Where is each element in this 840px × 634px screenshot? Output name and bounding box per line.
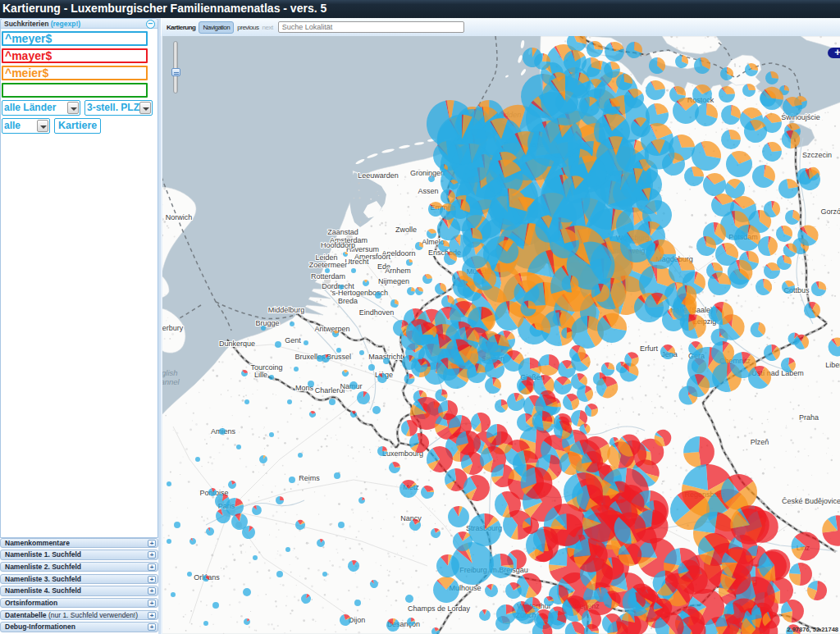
pie-marker[interactable] [624, 352, 638, 366]
plz-select[interactable]: 3-stell. PLZ [84, 100, 153, 116]
regexp-input-4[interactable] [2, 83, 148, 98]
pie-marker[interactable] [342, 370, 349, 376]
pie-marker[interactable] [603, 591, 621, 609]
pie-marker[interactable] [486, 334, 509, 356]
pie-marker[interactable] [507, 393, 525, 411]
expand-icon[interactable]: + [148, 551, 156, 559]
pie-marker[interactable] [742, 84, 756, 97]
pie-marker[interactable] [276, 496, 284, 504]
pie-marker[interactable] [541, 76, 590, 125]
accordion-namenliste-4[interactable]: Namenliste 4. Suchfeld+ [0, 586, 158, 596]
pie-marker[interactable] [309, 411, 316, 417]
country-select[interactable]: alle Länder [2, 100, 80, 116]
pie-marker[interactable] [495, 240, 518, 263]
pie-marker[interactable] [336, 348, 341, 353]
pie-marker[interactable] [349, 381, 358, 390]
pie-marker[interactable] [538, 354, 559, 376]
pie-marker[interactable] [751, 322, 766, 338]
pie-marker[interactable] [415, 242, 423, 250]
pie-marker[interactable] [782, 130, 800, 148]
expand-icon[interactable]: + [148, 612, 156, 619]
pie-marker[interactable] [684, 166, 704, 186]
pie-marker[interactable] [275, 341, 281, 348]
pie-marker[interactable] [530, 322, 544, 336]
pie-marker[interactable] [171, 592, 176, 597]
pie-marker[interactable] [577, 385, 593, 402]
pie-marker[interactable] [440, 164, 448, 172]
pie-marker[interactable] [563, 394, 579, 410]
pie-marker[interactable] [554, 376, 572, 395]
pie-marker[interactable] [495, 491, 521, 518]
pie-marker[interactable] [678, 559, 701, 582]
pie-marker[interactable] [350, 411, 357, 417]
pie-marker[interactable] [649, 57, 665, 74]
pie-marker[interactable] [505, 582, 522, 599]
pie-marker[interactable] [486, 424, 508, 445]
pie-marker[interactable] [187, 572, 192, 577]
pie-marker[interactable] [228, 481, 236, 489]
pie-marker[interactable] [703, 173, 726, 196]
pie-marker[interactable] [253, 555, 258, 560]
pie-marker[interactable] [675, 55, 688, 68]
pie-marker[interactable] [645, 139, 675, 170]
pie-marker[interactable] [295, 520, 305, 530]
pie-marker[interactable] [694, 57, 710, 74]
pie-marker[interactable] [289, 477, 295, 483]
pie-marker[interactable] [604, 62, 620, 78]
pie-marker[interactable] [404, 374, 414, 385]
accordion-datentabelle[interactable]: Datentabelle (nur 1. Suchfeld verwenden!… [0, 610, 158, 621]
pie-marker[interactable] [167, 539, 171, 544]
pie-marker[interactable] [290, 322, 294, 326]
pie-marker[interactable] [325, 268, 330, 273]
pie-marker[interactable] [783, 244, 797, 258]
pie-marker[interactable] [764, 344, 780, 361]
pie-marker[interactable] [241, 370, 248, 376]
pie-marker[interactable] [259, 455, 267, 463]
pie-marker[interactable] [618, 434, 640, 456]
pie-marker[interactable] [783, 97, 802, 116]
pie-marker[interactable] [405, 595, 413, 603]
pie-marker[interactable] [399, 480, 418, 498]
pie-marker[interactable] [244, 618, 250, 625]
pie-marker[interactable] [450, 199, 470, 219]
pie-marker[interactable] [340, 614, 351, 626]
pie-marker[interactable] [444, 252, 457, 265]
pie-marker[interactable] [441, 189, 455, 204]
pie-marker[interactable] [294, 367, 299, 372]
pie-marker[interactable] [377, 373, 387, 383]
pie-marker[interactable] [212, 602, 219, 609]
pie-marker[interactable] [645, 293, 669, 317]
pie-marker[interactable] [762, 611, 779, 628]
pie-marker[interactable] [792, 532, 820, 561]
mode-select[interactable]: alle [2, 118, 50, 134]
pie-marker[interactable] [626, 42, 642, 58]
pie-marker[interactable] [683, 436, 714, 468]
pie-marker[interactable] [208, 488, 217, 496]
map-viewport[interactable]: NorwichCanterburyLeeuwardenGroningenAsse… [161, 36, 840, 634]
pie-marker[interactable] [449, 180, 459, 189]
pie-marker[interactable] [587, 41, 603, 57]
pie-marker[interactable] [308, 381, 314, 387]
pie-marker[interactable] [544, 596, 554, 606]
pie-marker[interactable] [206, 527, 214, 536]
pie-marker[interactable] [375, 292, 381, 299]
pie-marker[interactable] [438, 240, 450, 252]
pie-marker[interactable] [495, 301, 524, 331]
pie-marker[interactable] [534, 53, 550, 70]
pie-marker[interactable] [561, 176, 588, 203]
pie-marker[interactable] [548, 611, 567, 630]
pie-marker[interactable] [619, 543, 641, 566]
pie-marker[interactable] [427, 229, 436, 239]
pie-marker[interactable] [711, 341, 734, 364]
pie-marker[interactable] [785, 210, 800, 225]
pie-marker[interactable] [269, 432, 274, 437]
pie-marker[interactable] [383, 358, 390, 364]
pie-marker[interactable] [760, 87, 783, 110]
expand-icon[interactable]: + [148, 576, 156, 583]
pie-marker[interactable] [495, 399, 508, 413]
pie-marker[interactable] [794, 335, 809, 349]
pie-marker[interactable] [646, 80, 665, 100]
pie-marker[interactable] [370, 580, 378, 588]
pie-marker[interactable] [520, 300, 536, 316]
pie-marker[interactable] [334, 472, 340, 479]
